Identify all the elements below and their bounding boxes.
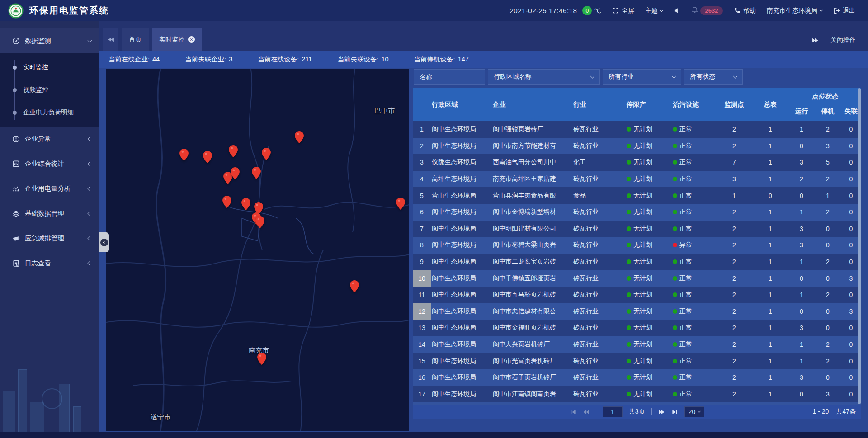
tab-close-icon[interactable]: ✕ [188,36,195,43]
close-operations-button[interactable]: 关闭操作 [830,36,856,44]
map-pin-icon[interactable] [222,196,231,208]
sidebar-subitem-1[interactable]: 视频监控 [0,79,99,101]
first-page-icon [570,409,576,415]
page-number-input[interactable] [603,406,623,417]
cell-company: 阆中市石子页岩机砖厂 [492,369,572,386]
fullscreen-button[interactable]: 全屏 [612,7,634,15]
table-row[interactable]: 10阆中生态环境局阆中千佛镇五郎垭页岩砖瓦行业无计划正常21003 [413,270,861,287]
table-row[interactable]: 3仪陇生态环境局西南油气田分公司川中化工无计划正常71350 [413,154,861,171]
next-page-button[interactable] [658,409,665,415]
sidebar-item-0[interactable]: 数据监测 [0,28,99,53]
table-row[interactable]: 14阆中生态环境局阆中大兴页岩机砖厂砖瓦行业无计划正常21120 [413,336,861,353]
org-dropdown[interactable]: 南充市生态环境局 [767,7,822,15]
theme-button[interactable]: 主题 [645,7,663,15]
table-row[interactable]: 13阆中生态环境局阆中市金福旺页岩机砖砖瓦行业无计划正常21300 [413,320,861,336]
gauge-icon [12,37,20,45]
cell-index: 10 [413,270,431,287]
stat-value: 211 [302,56,312,63]
map-pin-icon[interactable] [350,280,359,292]
table-row[interactable]: 9阆中生态环境局阆中市二龙长宝页岩砖砖瓦行业无计划正常21120 [413,254,861,270]
status-dot-green [673,325,677,330]
map-pin-icon[interactable] [231,167,240,179]
cell-run: 0 [788,303,815,320]
tabs-scroll-right-button[interactable] [812,37,819,44]
cell-index: 12 [413,303,431,320]
cell-region: 阆中生态环境局 [431,336,492,353]
map-pin-icon[interactable] [255,216,264,228]
first-page-button[interactable] [570,409,576,415]
table-row[interactable]: 4高坪生态环境局南充市高坪区王家店建砖瓦行业无计划正常31220 [413,171,861,188]
sidebar-subitem-0[interactable]: 实时监控 [0,56,99,79]
tabs-scroll-left-button[interactable] [103,28,118,51]
map-pin-icon[interactable] [179,149,189,161]
region-filter-value: 行政区域名称 [494,73,532,81]
cell-industry: 砖瓦行业 [572,287,626,303]
stats-bar: 当前在线企业:44当前失联企业:3当前在线设备:211当前失联设备:10当前停机… [99,51,868,68]
table-row[interactable]: 8阆中生态环境局阆中市枣碧大梁山页岩砖瓦行业无计划异常21300 [413,237,861,254]
page-size-select[interactable]: 20 [684,406,705,417]
sidebar-collapse-handle[interactable] [99,232,109,252]
cell-facility: 正常 [672,154,716,171]
map-pin-icon[interactable] [229,145,238,157]
sidebar-item-3[interactable]: 企业用电量分析 [0,176,99,201]
sidebar-item-5[interactable]: 应急减排管理 [0,226,99,251]
sidebar-subitem-label: 企业电力负荷明细 [23,108,74,117]
name-filter-input[interactable] [414,69,485,85]
logout-button[interactable]: 退出 [833,7,855,15]
status-dot-green [627,309,631,314]
cell-meters: 1 [752,121,788,138]
cell-region: 阆中生态环境局 [431,303,492,320]
tab-realtime-monitoring[interactable]: 实时监控 ✕ [152,28,202,51]
sidebar-item-1[interactable]: 企业异常 [0,127,99,151]
skyline-decoration [0,353,99,433]
help-button[interactable]: 帮助 [734,7,756,15]
table-row[interactable]: 17阆中生态环境局阆中市江南镇阆南页岩砖瓦行业无计划正常21030 [413,386,861,403]
table-row[interactable]: 2阆中生态环境局阆中市南方节能建材有砖瓦行业无计划正常21030 [413,138,861,155]
map-pin-icon[interactable] [262,148,271,160]
table-row[interactable]: 7阆中生态环境局阆中明阳建材有限公司砖瓦行业无计划正常21300 [413,221,861,237]
cell-region: 阆中生态环境局 [431,287,492,303]
map-pin-icon[interactable] [257,353,266,365]
cell-halt: 2 [815,171,841,188]
mute-speaker-button[interactable] [674,7,680,14]
status-filter-select[interactable]: 所有状态 [684,69,743,85]
region-filter-select[interactable]: 行政区域名称 [488,69,600,85]
table-row[interactable]: 1阆中生态环境局阆中强锐页岩砖厂砖瓦行业无计划正常21120 [413,121,861,138]
map-pin-icon[interactable] [396,198,405,210]
sidebar-item-4[interactable]: 基础数据管理 [0,201,99,226]
table-row[interactable]: 6阆中生态环境局阆中市金博瑞新型墙材砖瓦行业无计划正常21120 [413,204,861,221]
stat-item: 当前在线设备:211 [258,55,312,64]
cell-index: 3 [413,154,431,171]
table-row[interactable]: 15阆中生态环境局阆中市光富页岩机砖厂砖瓦行业无计划正常21120 [413,353,861,369]
right-panel: 行政区域名称 所有行业 所有状态 行政区域 企业 [413,69,861,419]
prev-page-button[interactable] [583,409,590,415]
sidebar-item-2[interactable]: 企业综合统计 [0,151,99,176]
table-row[interactable]: 5营山生态环境局营山县润丰肉食品有限食品无计划正常10010 [413,187,861,204]
map-panel[interactable]: 巴中市南充市遂宁市 [106,69,409,431]
industry-filter-select[interactable]: 所有行业 [603,69,681,85]
sidebar-item-6[interactable]: 日志查看 [0,251,99,276]
map-pin-icon[interactable] [203,151,212,163]
cell-run: 1 [788,287,815,303]
map-pin-icon[interactable] [241,198,250,210]
table-scrollbar[interactable] [858,88,861,404]
sidebar-item-label: 企业异常 [25,135,83,143]
status-dot-green [627,243,631,247]
map-pin-icon[interactable] [295,131,304,143]
status-dot-green [673,160,677,165]
map-pin-icon[interactable] [252,167,261,179]
tab-home[interactable]: 首页 [122,28,149,51]
cell-points: 2 [716,138,752,155]
chevron-down-icon [590,74,595,79]
table-row[interactable]: 11阆中生态环境局阆中市五马桥页岩机砖砖瓦行业无计划正常21120 [413,287,861,303]
cell-region: 阆中生态环境局 [431,320,492,336]
sidebar-subitem-label: 实时监控 [23,63,48,71]
table-row[interactable]: 12阆中生态环境局阆中市忠信建材有限公砖瓦行业无计划正常21003 [413,303,861,320]
sidebar-subitem-2[interactable]: 企业电力负荷明细 [0,101,99,124]
notifications[interactable]: 2632 [691,6,723,15]
status-dot-green [673,127,677,132]
status-dot-green [673,342,677,347]
cell-limit: 无计划 [626,171,672,188]
table-row[interactable]: 16阆中生态环境局阆中市石子页岩机砖厂砖瓦行业无计划正常21300 [413,369,861,386]
last-page-button[interactable] [671,409,678,415]
